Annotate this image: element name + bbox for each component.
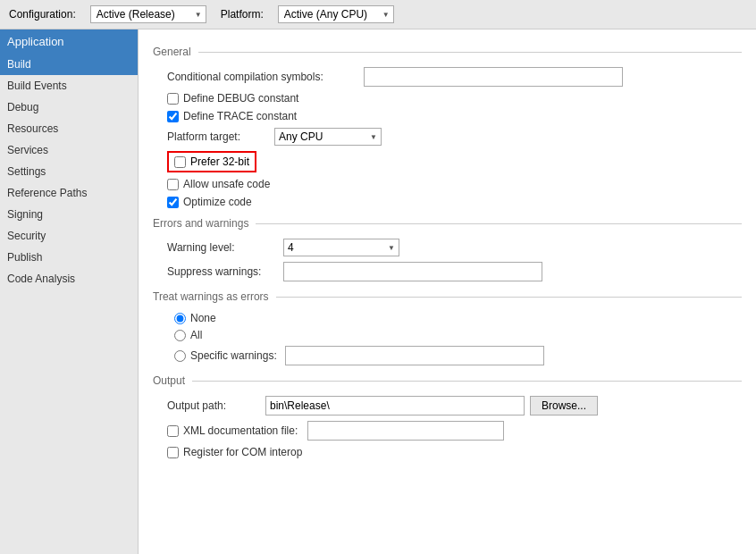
radio-specific-row: Specific warnings:	[174, 346, 742, 365]
radio-specific[interactable]	[174, 350, 186, 362]
sidebar-header: Application	[0, 29, 138, 54]
platform-target-row: Platform target: Any CPU	[153, 128, 742, 146]
prefer32-label: Prefer 32-bit	[190, 155, 249, 168]
treat-warnings-radio-group: None All Specific warnings:	[153, 312, 742, 365]
radio-specific-label: Specific warnings:	[190, 349, 277, 362]
output-path-row: Output path: Browse...	[153, 396, 742, 416]
xml-doc-label: XML documentation file:	[183, 424, 298, 437]
config-select-wrapper[interactable]: Active (Release)	[90, 5, 206, 23]
xml-doc-input[interactable]	[307, 421, 504, 441]
sidebar-item-signing[interactable]: Signing	[0, 204, 138, 225]
com-interop-label: Register for COM interop	[183, 446, 302, 458]
radio-none-label: None	[190, 312, 216, 324]
output-path-input[interactable]	[265, 396, 525, 416]
errors-section-title: Errors and warnings	[153, 217, 742, 230]
suppress-warnings-label: Suppress warnings:	[167, 265, 283, 278]
prefer32-container: Prefer 32-bit	[167, 151, 256, 172]
warning-level-row: Warning level: 4	[153, 239, 742, 256]
warning-level-label: Warning level:	[167, 241, 283, 254]
suppress-warnings-row: Suppress warnings:	[153, 262, 742, 281]
xml-doc-row: XML documentation file:	[153, 421, 742, 441]
prefer32-checkbox[interactable]	[174, 156, 186, 168]
config-label: Configuration:	[9, 8, 76, 21]
main-area: Application Build Build Events Debug Res…	[0, 29, 756, 554]
treat-warnings-title: Treat warnings as errors	[153, 290, 742, 303]
platform-select[interactable]: Active (Any CPU)	[278, 5, 394, 23]
content-area: General Conditional compilation symbols:…	[139, 29, 756, 554]
sidebar-item-reference-paths[interactable]: Reference Paths	[0, 182, 138, 204]
com-interop-checkbox[interactable]	[167, 447, 179, 458]
sidebar-item-resources[interactable]: Resources	[0, 118, 138, 139]
xml-doc-checkbox[interactable]	[167, 425, 179, 437]
define-debug-checkbox[interactable]	[167, 93, 179, 105]
general-section-title: General	[153, 46, 742, 58]
define-trace-label: Define TRACE constant	[183, 110, 297, 122]
platform-target-wrapper[interactable]: Any CPU	[274, 128, 382, 146]
config-select[interactable]: Active (Release)	[90, 5, 206, 23]
conditional-symbols-label: Conditional compilation symbols:	[167, 71, 364, 83]
radio-all-row: All	[174, 329, 742, 341]
specific-warnings-input[interactable]	[285, 346, 544, 365]
platform-target-select[interactable]: Any CPU	[274, 128, 382, 146]
radio-none-row: None	[174, 312, 742, 324]
sidebar-item-settings[interactable]: Settings	[0, 161, 138, 182]
output-section-title: Output	[153, 374, 742, 387]
platform-select-wrapper[interactable]: Active (Any CPU)	[278, 5, 394, 23]
conditional-symbols-input[interactable]	[364, 67, 623, 87]
radio-all[interactable]	[174, 330, 186, 341]
radio-none[interactable]	[174, 313, 186, 324]
sidebar-item-publish[interactable]: Publish	[0, 247, 138, 268]
optimize-code-label: Optimize code	[183, 196, 252, 208]
sidebar: Application Build Build Events Debug Res…	[0, 29, 139, 554]
sidebar-item-build-events[interactable]: Build Events	[0, 75, 138, 97]
optimize-code-checkbox[interactable]	[167, 197, 179, 208]
define-trace-checkbox[interactable]	[167, 111, 179, 122]
sidebar-item-debug[interactable]: Debug	[0, 97, 138, 118]
define-debug-row: Define DEBUG constant	[153, 92, 742, 105]
warning-level-select[interactable]: 4	[283, 239, 399, 256]
allow-unsafe-checkbox[interactable]	[167, 179, 179, 190]
output-path-label: Output path:	[167, 399, 265, 412]
sidebar-item-code-analysis[interactable]: Code Analysis	[0, 268, 138, 290]
browse-button[interactable]: Browse...	[530, 396, 598, 416]
com-interop-row: Register for COM interop	[153, 446, 742, 458]
sidebar-item-services[interactable]: Services	[0, 139, 138, 161]
sidebar-item-security[interactable]: Security	[0, 225, 138, 247]
platform-label: Platform:	[221, 8, 264, 21]
radio-all-label: All	[190, 329, 202, 341]
allow-unsafe-label: Allow unsafe code	[183, 178, 270, 190]
optimize-code-row: Optimize code	[153, 196, 742, 208]
define-debug-label: Define DEBUG constant	[183, 92, 298, 105]
warning-level-wrapper[interactable]: 4	[283, 239, 399, 256]
define-trace-row: Define TRACE constant	[153, 110, 742, 122]
suppress-warnings-input[interactable]	[283, 262, 542, 281]
conditional-symbols-row: Conditional compilation symbols:	[153, 67, 742, 87]
platform-target-label: Platform target:	[167, 130, 274, 143]
sidebar-item-build[interactable]: Build	[0, 54, 138, 75]
top-bar: Configuration: Active (Release) Platform…	[0, 0, 756, 29]
allow-unsafe-row: Allow unsafe code	[153, 178, 742, 190]
